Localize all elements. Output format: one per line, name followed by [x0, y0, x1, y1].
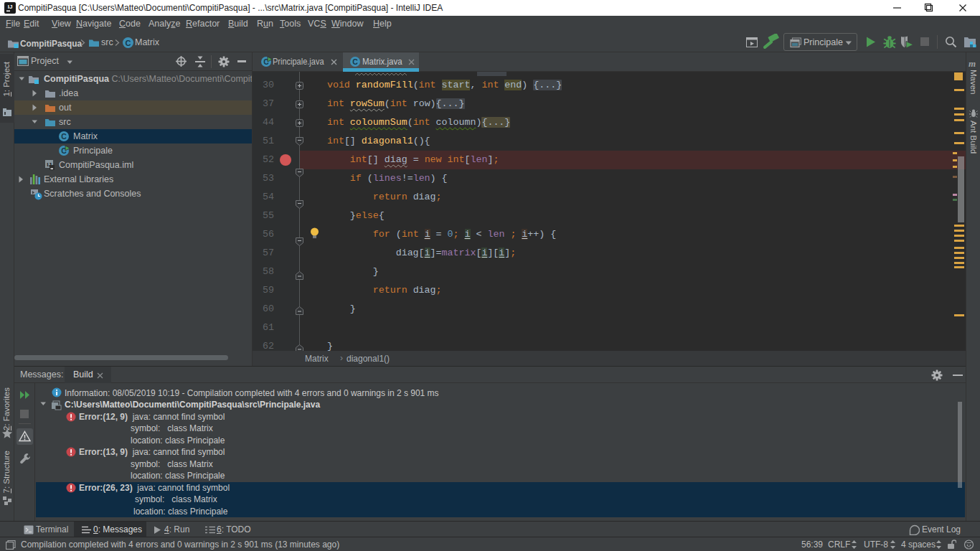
svg-text:C: C	[126, 39, 131, 47]
svg-text:C: C	[352, 57, 358, 66]
svg-text:IJ: IJ	[8, 4, 13, 10]
svg-text:C: C	[61, 132, 67, 141]
